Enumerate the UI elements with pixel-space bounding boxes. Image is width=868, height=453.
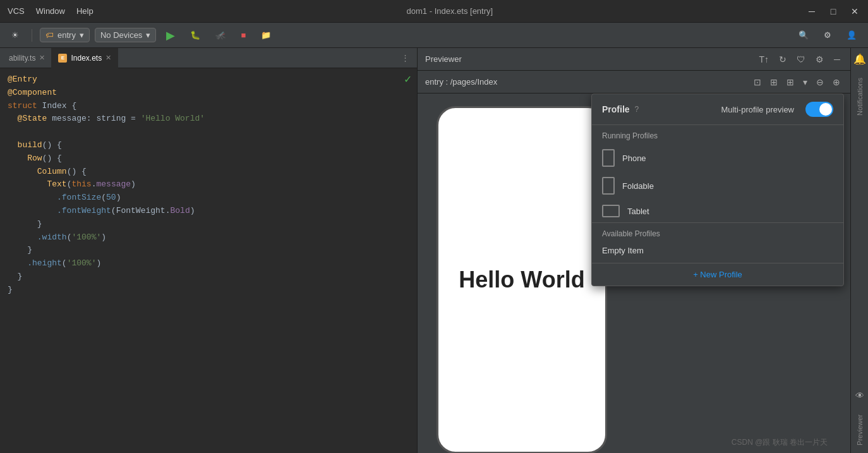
run-button[interactable]: ▶: [161, 26, 180, 45]
tab-index-ets-label: Index.ets: [71, 54, 102, 63]
menu-window[interactable]: Window: [36, 6, 65, 16]
previewer-area: Previewer T↑ ↻ 🛡 ⚙ ─ entry : /pages/Inde…: [417, 48, 850, 453]
previewer-header-right: T↑ ↻ 🛡 ⚙ ─: [757, 53, 843, 66]
tab-ability-ts-label: ability.ts: [9, 54, 35, 63]
main-area: ability.ts ✕ E Index.ets ✕ ⋮ @Entry @Com…: [0, 48, 868, 453]
user-button[interactable]: 👤: [841, 28, 862, 42]
minimize-button[interactable]: ─: [806, 6, 817, 17]
menu-vcs[interactable]: VCS: [8, 6, 25, 16]
profile-item-foldable[interactable]: Foldable: [592, 172, 843, 200]
code-editor[interactable]: @Entry @Component struct Index { @State …: [0, 68, 417, 302]
previewer-subheader: entry : /pages/Index ⊡ ⊞ ⊞ ▾ ⊖ ⊕: [418, 71, 850, 94]
toolbar: ☀ 🏷 entry ▾ No Devices ▾ ▶ 🐛 🦟 ■ 📁 🔍 ⚙ 👤: [0, 23, 868, 48]
code-line-13: .width('100%'): [0, 231, 417, 245]
editor-tabs: ability.ts ✕ E Index.ets ✕ ⋮: [0, 48, 417, 68]
tablet-profile-icon: [602, 205, 620, 217]
tab-index-ets-icon: E: [58, 54, 67, 63]
toggle-knob: [819, 103, 832, 116]
multi-profile-toggle[interactable]: [805, 102, 833, 117]
tablet-profile-name: Tablet: [627, 207, 649, 216]
code-area-wrapper: @Entry @Component struct Index { @State …: [0, 68, 417, 453]
code-line-7: Row() {: [0, 152, 417, 166]
layout-icon[interactable]: ⊡: [751, 76, 764, 88]
tab-ability-ts[interactable]: ability.ts ✕: [3, 48, 52, 68]
grid-chevron-icon[interactable]: ▾: [800, 76, 810, 88]
file-icon-button[interactable]: 📁: [256, 28, 276, 42]
settings-button[interactable]: ⚙: [819, 28, 836, 42]
sun-icon-button[interactable]: ☀: [6, 28, 24, 42]
code-line-2: @Component: [0, 87, 417, 100]
profile-title: Profile: [602, 104, 630, 114]
window-title: dom1 - Index.ets [entry]: [93, 6, 806, 16]
eye-icon[interactable]: 👁: [853, 389, 867, 402]
right-sidebar: 🔔 Notifications 👁 Previewer: [850, 48, 868, 453]
shield-icon[interactable]: 🛡: [794, 53, 808, 66]
stop-icon-button[interactable]: ■: [236, 28, 251, 42]
refresh-icon[interactable]: ↻: [776, 53, 789, 66]
multi-profile-label: Multi-profile preview: [721, 105, 794, 114]
menu-help[interactable]: Help: [76, 6, 93, 16]
help-icon[interactable]: ?: [635, 105, 639, 114]
watermark: CSDN @跟 耿瑞 卷出一片天: [732, 437, 828, 448]
status-check-icon: ✓: [404, 73, 412, 85]
dropdown-header: Profile ? Multi-profile preview: [592, 94, 843, 125]
notifications-label[interactable]: Notifications: [856, 75, 864, 118]
tab-index-ets-close-icon[interactable]: ✕: [105, 54, 111, 62]
foldable-profile-icon: [602, 177, 615, 195]
running-profiles-header: Running Profiles: [592, 125, 843, 144]
entry-icon: 🏷: [45, 30, 54, 40]
code-line-15: .height('100%'): [0, 257, 417, 270]
available-profiles-title: Available Profiles: [602, 229, 833, 238]
phone-profile-name: Phone: [622, 154, 646, 163]
entry-dropdown-button[interactable]: 🏷 entry ▾: [40, 28, 90, 42]
editor-area: ability.ts ✕ E Index.ets ✕ ⋮ @Entry @Com…: [0, 48, 417, 453]
zoom-out-icon[interactable]: ⊖: [814, 76, 826, 88]
new-profile-button[interactable]: + New Profile: [592, 263, 843, 286]
bell-icon[interactable]: 🔔: [853, 53, 866, 65]
window-controls: ─ □ ✕: [806, 6, 860, 17]
code-line-17: }: [0, 284, 417, 297]
code-line-5: [0, 126, 417, 139]
empty-item[interactable]: Empty Item: [602, 243, 833, 258]
code-line-10: .fontSize(50): [0, 191, 417, 205]
previewer-label[interactable]: Previewer: [856, 412, 864, 448]
code-line-6: build() {: [0, 139, 417, 152]
title-bar: VCS Window Help dom1 - Index.ets [entry]…: [0, 0, 868, 23]
no-devices-button[interactable]: No Devices ▾: [95, 28, 156, 42]
tab-ability-ts-close-icon[interactable]: ✕: [39, 54, 45, 62]
profile-dropdown-panel: Profile ? Multi-profile preview Running …: [591, 94, 844, 286]
code-line-8: Column() {: [0, 166, 417, 179]
previewer-title: Previewer: [425, 54, 462, 64]
bug-icon-button[interactable]: 🐛: [185, 28, 205, 42]
no-devices-chevron-icon: ▾: [146, 30, 150, 40]
menu-bar: VCS Window Help: [8, 6, 93, 16]
tab-index-ets[interactable]: E Index.ets ✕: [52, 48, 118, 68]
phone-profile-icon: [602, 149, 615, 167]
code-line-16: }: [0, 270, 417, 284]
available-profiles-section: Available Profiles Empty Item: [592, 222, 843, 263]
grid-icon[interactable]: ⊞: [784, 76, 797, 88]
code-line-1: @Entry: [0, 73, 417, 87]
profile-item-tablet[interactable]: Tablet: [592, 200, 843, 222]
code-line-14: }: [0, 244, 417, 257]
collapse-icon[interactable]: ─: [831, 53, 843, 66]
entry-path-label: entry : /pages/Index: [425, 77, 497, 87]
settings-icon[interactable]: ⚙: [813, 53, 826, 66]
profile-item-phone[interactable]: Phone: [592, 144, 843, 172]
code-line-4: @State message: string = 'Hello World': [0, 112, 417, 126]
close-button[interactable]: ✕: [849, 6, 860, 17]
zoom-in-icon[interactable]: ⊕: [830, 76, 843, 88]
entry-chevron-icon: ▾: [80, 30, 84, 40]
maximize-button[interactable]: □: [828, 6, 839, 17]
foldable-profile-name: Foldable: [622, 181, 654, 191]
text-icon[interactable]: T↑: [757, 53, 772, 66]
code-line-11: .fontWeight(FontWeight.Bold): [0, 205, 417, 218]
previewer-content: Hello World Profile ? Multi-profile prev…: [418, 94, 850, 453]
tabs-more-button[interactable]: ⋮: [396, 53, 414, 63]
search-button[interactable]: 🔍: [793, 28, 814, 42]
no-devices-label: No Devices: [100, 30, 142, 40]
layers-icon[interactable]: ⊞: [768, 76, 780, 88]
code-line-3: struct Index {: [0, 100, 417, 113]
profiler-icon-button[interactable]: 🦟: [210, 28, 231, 42]
previewer-subheader-right: ⊡ ⊞ ⊞ ▾ ⊖ ⊕: [751, 76, 843, 88]
